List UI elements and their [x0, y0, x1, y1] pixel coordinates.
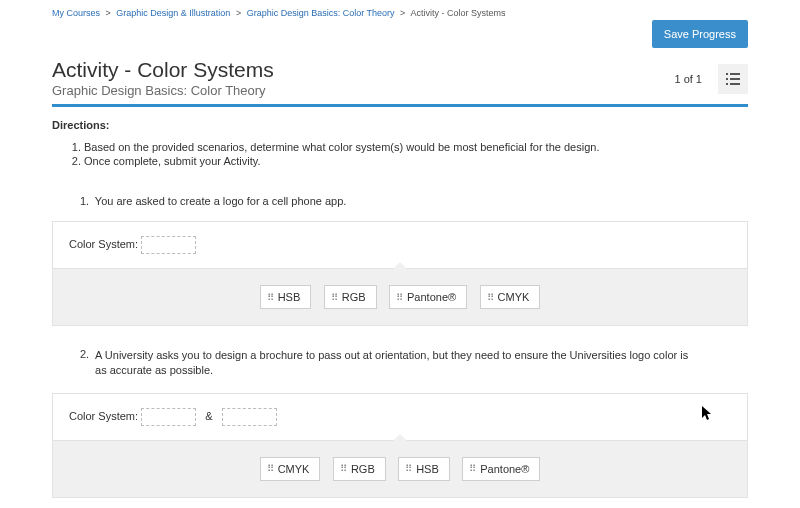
direction-item: Based on the provided scenarios, determi…: [84, 141, 748, 153]
question-number: 2.: [80, 348, 92, 360]
breadcrumb-sep: >: [236, 8, 241, 18]
drop-slot[interactable]: [141, 236, 196, 254]
chip-pantone[interactable]: ⠿Pantone®: [462, 457, 540, 481]
question-1: 1. You are asked to create a logo for a …: [80, 195, 748, 207]
drop-slot[interactable]: [141, 408, 196, 426]
svg-rect-5: [730, 83, 740, 85]
grip-icon: ⠿: [267, 292, 273, 303]
page-subtitle: Graphic Design Basics: Color Theory: [52, 83, 274, 98]
chip-pool-2: ⠿CMYK ⠿RGB ⠿HSB ⠿Pantone®: [52, 441, 748, 498]
list-view-button[interactable]: [718, 64, 748, 94]
svg-rect-4: [726, 83, 728, 85]
chip-hsb[interactable]: ⠿HSB: [260, 285, 312, 309]
svg-rect-2: [726, 78, 728, 80]
chip-rgb[interactable]: ⠿RGB: [333, 457, 386, 481]
pool-arrow-icon: [393, 262, 407, 269]
svg-rect-0: [726, 73, 728, 75]
chip-label: Pantone®: [480, 463, 529, 475]
grip-icon: ⠿: [405, 463, 411, 474]
chip-label: RGB: [342, 291, 366, 303]
breadcrumb-link[interactable]: My Courses: [52, 8, 100, 18]
direction-item: Once complete, submit your Activity.: [84, 155, 748, 167]
grip-icon: ⠿: [267, 463, 273, 474]
answer-label: Color System:: [69, 410, 138, 422]
question-number: 1.: [80, 195, 92, 207]
pool-arrow-icon: [393, 434, 407, 441]
chip-pool-1: ⠿HSB ⠿RGB ⠿Pantone® ⠿CMYK: [52, 269, 748, 326]
grip-icon: ⠿: [340, 463, 346, 474]
grip-icon: ⠿: [331, 292, 337, 303]
header-right: 1 of 1: [674, 64, 748, 94]
chip-hsb[interactable]: ⠿HSB: [398, 457, 450, 481]
breadcrumb-link[interactable]: Graphic Design & Illustration: [116, 8, 230, 18]
answer-label: Color System:: [69, 238, 138, 250]
chip-cmyk[interactable]: ⠿CMYK: [260, 457, 321, 481]
chip-cmyk[interactable]: ⠿CMYK: [480, 285, 541, 309]
question-text: A University asks you to design a brochu…: [95, 348, 695, 379]
header-rule: [52, 104, 748, 107]
chip-label: RGB: [351, 463, 375, 475]
page-root: My Courses > Graphic Design & Illustrati…: [0, 0, 800, 508]
question-2: 2. A University asks you to design a bro…: [80, 348, 748, 379]
chip-label: CMYK: [498, 291, 530, 303]
breadcrumb-sep: >: [400, 8, 405, 18]
chip-label: HSB: [416, 463, 439, 475]
page-counter: 1 of 1: [674, 73, 702, 85]
svg-rect-3: [730, 78, 740, 80]
drop-slot[interactable]: [222, 408, 277, 426]
directions-label: Directions:: [52, 119, 748, 131]
list-icon: [726, 73, 740, 85]
question-text: You are asked to create a logo for a cel…: [95, 195, 347, 207]
grip-icon: ⠿: [469, 463, 475, 474]
page-title: Activity - Color Systems: [52, 58, 274, 82]
breadcrumb-sep: >: [106, 8, 111, 18]
grip-icon: ⠿: [487, 292, 493, 303]
activity-header: Activity - Color Systems Graphic Design …: [52, 58, 748, 98]
chip-pantone[interactable]: ⠿Pantone®: [389, 285, 467, 309]
directions-list: Based on the provided scenarios, determi…: [84, 141, 748, 167]
svg-rect-1: [730, 73, 740, 75]
breadcrumb-current: Activity - Color Systems: [410, 8, 505, 18]
grip-icon: ⠿: [396, 292, 402, 303]
ampersand: &: [205, 410, 212, 422]
chip-label: HSB: [278, 291, 301, 303]
chip-label: CMYK: [278, 463, 310, 475]
breadcrumb: My Courses > Graphic Design & Illustrati…: [52, 8, 748, 18]
breadcrumb-link[interactable]: Graphic Design Basics: Color Theory: [247, 8, 395, 18]
chip-label: Pantone®: [407, 291, 456, 303]
save-progress-button[interactable]: Save Progress: [652, 20, 748, 48]
titles: Activity - Color Systems Graphic Design …: [52, 58, 274, 98]
chip-rgb[interactable]: ⠿RGB: [324, 285, 377, 309]
